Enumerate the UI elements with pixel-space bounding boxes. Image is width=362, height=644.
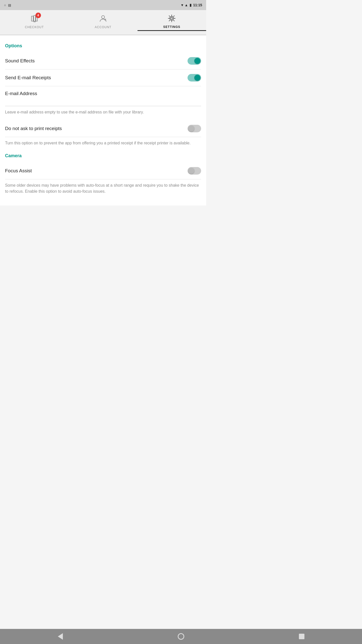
tab-settings[interactable]: SETTINGS xyxy=(138,14,206,31)
options-header: Options xyxy=(5,43,201,49)
focus-assist-description: Some older devices may have problems wit… xyxy=(5,179,201,199)
camera-header: Camera xyxy=(5,153,201,158)
send-email-receipts-label: Send E-mail Receipts xyxy=(5,75,51,80)
do-not-print-row: Do not ask to print receipts xyxy=(5,120,201,137)
circle-icon: ○ xyxy=(4,3,6,7)
email-address-label: E-mail Address xyxy=(5,91,201,96)
do-not-print-description: Turn this option on to prevent the app f… xyxy=(5,137,201,151)
focus-assist-label: Focus Assist xyxy=(5,168,32,174)
tab-account[interactable]: ACCOUNT xyxy=(69,15,137,30)
svg-point-7 xyxy=(171,17,173,19)
camera-section: Camera Focus Assist Some older devices m… xyxy=(5,153,201,199)
time-display: 11:15 xyxy=(193,3,202,7)
focus-assist-track[interactable] xyxy=(188,167,201,175)
sound-effects-row: Sound Effects xyxy=(5,53,201,69)
sim-icon: ▤ xyxy=(8,3,11,7)
do-not-print-label: Do not ask to print receipts xyxy=(5,126,62,131)
send-email-receipts-track[interactable] xyxy=(188,74,201,82)
sound-effects-thumb xyxy=(194,58,200,64)
email-address-row: E-mail Address xyxy=(5,86,201,106)
account-icon xyxy=(99,15,107,24)
checkout-badge: 4 xyxy=(35,13,41,18)
send-email-receipts-toggle[interactable] xyxy=(188,74,201,82)
send-email-receipts-thumb xyxy=(194,75,200,81)
svg-point-4 xyxy=(102,16,105,19)
do-not-print-toggle[interactable] xyxy=(188,125,201,132)
options-section: Options Sound Effects Send E-mail Receip… xyxy=(5,43,201,151)
sound-effects-toggle[interactable] xyxy=(188,57,201,65)
sound-effects-track[interactable] xyxy=(188,57,201,65)
status-bar-right: ▾ ▲ ▮ 11:15 xyxy=(181,3,202,7)
signal-icon: ▲ xyxy=(185,3,188,7)
main-content: Options Sound Effects Send E-mail Receip… xyxy=(0,35,206,206)
checkout-icon: 4 xyxy=(30,15,38,24)
top-nav: 4 CHECKOUT ACCOUNT SETTINGS xyxy=(0,10,206,35)
settings-label: SETTINGS xyxy=(163,25,180,29)
do-not-print-thumb xyxy=(188,126,194,132)
sound-effects-label: Sound Effects xyxy=(5,58,35,64)
svg-rect-0 xyxy=(31,16,33,21)
do-not-print-track[interactable] xyxy=(188,125,201,132)
send-email-receipts-row: Send E-mail Receipts xyxy=(5,69,201,86)
account-label: ACCOUNT xyxy=(95,25,111,29)
focus-assist-row: Focus Assist xyxy=(5,163,201,179)
email-address-description: Leave e-mail address empty to use the e-… xyxy=(5,106,201,120)
status-bar-left: ○ ▤ xyxy=(4,3,11,7)
focus-assist-thumb xyxy=(188,168,194,174)
status-bar: ○ ▤ ▾ ▲ ▮ 11:15 xyxy=(0,0,206,10)
tab-checkout[interactable]: 4 CHECKOUT xyxy=(0,15,69,30)
battery-icon: ▮ xyxy=(190,3,192,7)
focus-assist-toggle[interactable] xyxy=(188,167,201,175)
checkout-label: CHECKOUT xyxy=(25,25,44,29)
settings-icon xyxy=(168,14,176,24)
svg-point-8 xyxy=(170,16,174,20)
wifi-icon: ▾ xyxy=(181,3,183,7)
email-address-input[interactable] xyxy=(5,99,201,106)
